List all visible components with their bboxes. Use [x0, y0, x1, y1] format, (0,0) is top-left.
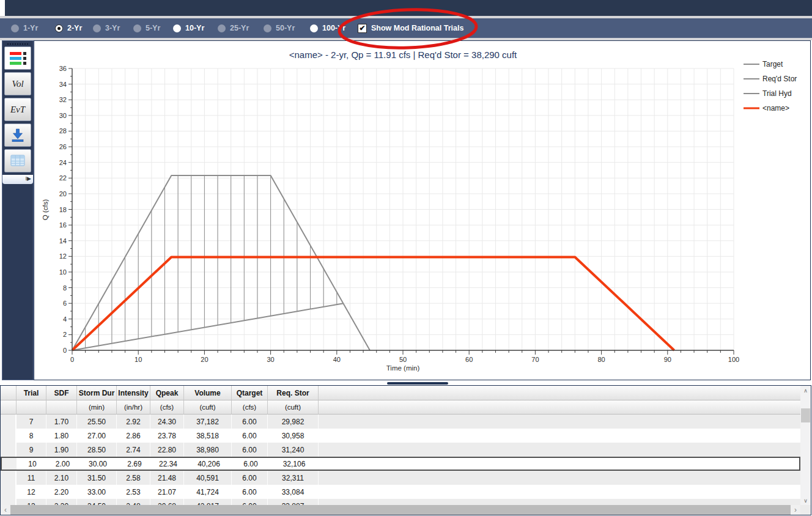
vertical-scroll-thumb[interactable]	[801, 408, 810, 422]
table-cell: 9	[17, 443, 46, 457]
table-cell: 10	[18, 458, 48, 470]
table-grid-icon	[10, 154, 26, 168]
table-cell: 30,958	[268, 429, 319, 443]
y-tick-label: 0	[63, 347, 67, 354]
table-cell: 21.48	[150, 471, 184, 485]
column-header: Trial	[17, 386, 46, 400]
table-header-row: TrialSDFStorm DurIntensityQpeakVolumeQta…	[1, 386, 800, 400]
table-cell: 6.00	[233, 458, 269, 470]
trials-table: TrialSDFStorm DurIntensityQpeakVolumeQta…	[1, 386, 800, 505]
data-table-button[interactable]	[4, 149, 31, 172]
x-tick-label: 60	[465, 356, 473, 363]
table-cell: 2.58	[117, 471, 150, 485]
table-cell: 12	[17, 485, 46, 499]
download-button[interactable]	[4, 123, 31, 147]
radio-5-yr: 5-Yr	[133, 18, 160, 38]
x-tick-label: 100	[728, 356, 739, 363]
show-mod-rational-checkbox[interactable]: ✔ Show Mod Rational Trials	[358, 18, 463, 38]
table-cell: 7	[17, 415, 46, 429]
radio-100-yr[interactable]: 100-Yr	[310, 18, 345, 38]
scroll-up-button[interactable]: ∧	[800, 386, 811, 395]
chart-colors-button[interactable]	[4, 46, 31, 70]
scroll-down-button[interactable]: ∨	[800, 496, 811, 505]
trial-row-12[interactable]: 122.2033.002.5321.0741,7246.0033,084	[1, 485, 800, 499]
row-filler	[319, 485, 800, 499]
row-filler	[320, 458, 799, 470]
x-tick-label: 50	[399, 356, 407, 363]
column-header: Qtarget	[232, 386, 268, 400]
table-cell: 2.53	[117, 485, 150, 499]
scrollbar-corner	[800, 505, 811, 515]
row-filler	[319, 429, 800, 443]
table-cell: 38,980	[184, 443, 232, 457]
trial-row-9[interactable]: 91.9028.502.7422.8038,9806.0031,240	[1, 443, 800, 457]
table-cell: 32,106	[269, 458, 320, 470]
trial-row-7[interactable]: 71.7025.502.9224.3037,1826.0029,982	[1, 415, 800, 429]
scroll-left-button[interactable]: ‹	[1, 505, 10, 515]
y-tick-label: 26	[59, 143, 67, 150]
checkbox-label: Show Mod Rational Trials	[371, 24, 463, 32]
x-tick-label: 70	[531, 356, 539, 363]
sidebar-collapse-button[interactable]: I▶	[2, 175, 33, 184]
column-header: SDF	[46, 386, 77, 400]
evt-button[interactable]: EvT	[4, 98, 31, 121]
table-cell: 33.00	[77, 485, 117, 499]
y-tick-label: 4	[63, 315, 67, 323]
table-cell: 20.68	[150, 499, 184, 505]
row-header-cell	[2, 458, 18, 470]
row-header-cell	[1, 471, 17, 485]
table-cell: 13	[17, 499, 46, 505]
scroll-down-icon: ∨	[803, 498, 808, 504]
table-cell: 6.00	[232, 471, 268, 485]
checkbox-check-icon: ✔	[358, 24, 367, 33]
radio-circle-icon	[133, 24, 141, 32]
radio-circle-icon	[310, 24, 318, 32]
title-bar	[5, 0, 812, 16]
trial-row-13[interactable]: 132.3034.502.4820.6842,8176.0033,887	[1, 499, 800, 505]
radio-2-yr[interactable]: 2-Yr	[55, 18, 82, 38]
x-tick-label: 10	[135, 356, 142, 363]
table-cell: 11	[17, 471, 46, 485]
table-vertical-scrollbar[interactable]: ∧ ∨	[800, 386, 811, 505]
radio-circle-icon	[11, 24, 19, 32]
row-header-cell	[1, 499, 17, 505]
units-cell: (cuft)	[184, 400, 232, 415]
radio-1-yr: 1-Yr	[11, 18, 38, 38]
trial-row-8[interactable]: 81.8027.002.8623.7838,5186.0030,958	[1, 429, 800, 443]
table-cell: 8	[17, 429, 46, 443]
vol-button[interactable]: Vol	[4, 72, 31, 95]
x-tick-label: 30	[267, 356, 274, 363]
table-cell: 6.00	[232, 415, 268, 429]
hydrograph-chart: 0102030405060708090100024681012141618202…	[34, 41, 810, 380]
radio-circle-icon	[173, 24, 181, 32]
splitter-handle-icon[interactable]	[387, 382, 448, 385]
table-cell: 2.10	[46, 471, 77, 485]
row-header-cell	[1, 400, 17, 415]
legend-label: <name>	[762, 104, 789, 112]
radio-10-yr[interactable]: 10-Yr	[173, 18, 204, 38]
row-header-cell	[1, 429, 17, 443]
units-cell: (min)	[77, 400, 117, 415]
radio-25-yr: 25-Yr	[218, 18, 249, 38]
table-cell: 2.74	[117, 443, 150, 457]
table-cell: 33,084	[268, 485, 319, 499]
chart-panel: 0102030405060708090100024681012141618202…	[34, 40, 811, 380]
table-horizontal-scrollbar[interactable]: ‹ ›	[1, 505, 800, 515]
radio-label: 50-Yr	[276, 24, 295, 32]
splitter[interactable]	[0, 380, 812, 385]
y-tick-label: 2	[63, 331, 67, 338]
row-filler	[319, 443, 800, 457]
units-cell	[17, 400, 46, 415]
y-tick-label: 22	[59, 174, 67, 182]
row-filler	[319, 415, 800, 429]
trial-row-11[interactable]: 112.1031.502.5821.4840,5916.0032,311	[1, 471, 800, 485]
column-header: Qpeak	[150, 386, 184, 400]
row-filler	[319, 499, 800, 505]
y-axis-label: Q (cfs)	[42, 199, 49, 221]
column-header: Volume	[184, 386, 232, 400]
trial-row-10[interactable]: 102.0030.002.6922.3440,2066.0032,106	[1, 457, 800, 471]
scroll-right-button[interactable]: ›	[791, 505, 800, 515]
table-units-row: (min)(in/hr)(cfs)(cuft)(cfs)(cuft)	[1, 400, 800, 415]
radio-circle-icon	[93, 24, 101, 32]
units-cell: (cfs)	[232, 400, 268, 415]
